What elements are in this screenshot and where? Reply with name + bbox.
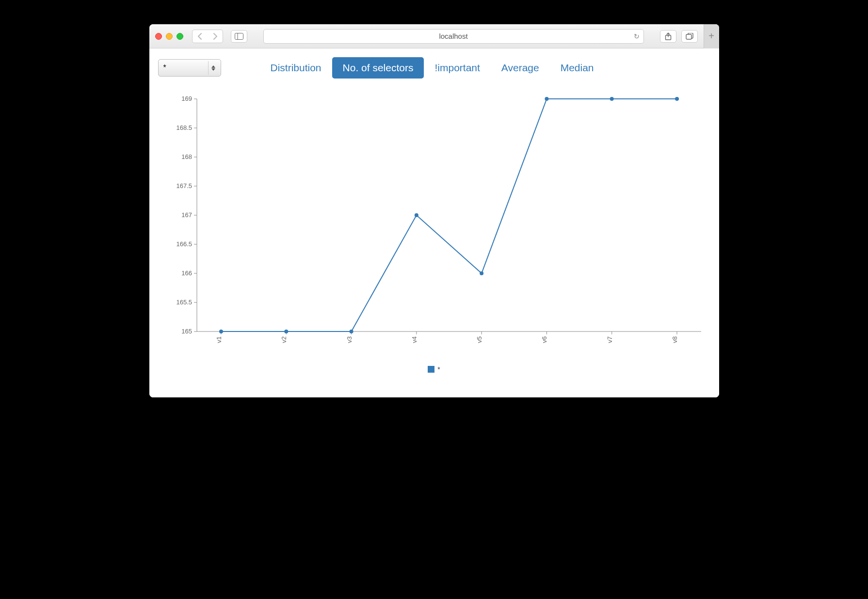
close-window-icon[interactable] xyxy=(155,33,162,40)
data-point[interactable] xyxy=(545,97,548,101)
sidebar-toggle-button[interactable] xyxy=(231,30,247,43)
tab-average[interactable]: Average xyxy=(491,57,550,79)
legend-swatch xyxy=(428,366,434,373)
x-tick-label: v4 xyxy=(410,336,418,343)
y-tick-label: 169 xyxy=(181,95,192,102)
svg-rect-3 xyxy=(686,34,691,39)
page-content: * Distribution No. of selectors !importa… xyxy=(149,48,719,397)
x-tick-label: v2 xyxy=(280,336,288,343)
data-point[interactable] xyxy=(219,330,223,333)
tab-median[interactable]: Median xyxy=(550,57,605,79)
x-tick-label: v6 xyxy=(541,336,548,343)
new-tab-button[interactable]: + xyxy=(704,24,719,48)
data-point[interactable] xyxy=(480,271,483,275)
data-point[interactable] xyxy=(414,213,418,217)
tab-no-of-selectors[interactable]: No. of selectors xyxy=(332,57,424,79)
y-tick-label: 168.5 xyxy=(176,124,192,131)
chart-toolbar: * Distribution No. of selectors !importa… xyxy=(158,57,710,79)
minimize-window-icon[interactable] xyxy=(166,33,173,40)
chart: 165165.5166166.5167167.5168168.5169v1v2v… xyxy=(158,89,710,373)
y-tick-label: 165 xyxy=(181,328,192,335)
reload-icon[interactable]: ↻ xyxy=(634,32,640,40)
selector-dropdown[interactable]: * xyxy=(158,59,221,77)
data-point[interactable] xyxy=(675,97,679,101)
svg-rect-0 xyxy=(235,33,243,39)
x-tick-label: v1 xyxy=(215,336,223,343)
tabs-button[interactable] xyxy=(681,30,698,43)
back-button[interactable] xyxy=(193,30,207,43)
toolbar-right xyxy=(660,30,698,43)
y-tick-label: 166 xyxy=(181,269,192,277)
tab-distribution[interactable]: Distribution xyxy=(260,57,332,79)
dropdown-caret-icon xyxy=(208,61,219,75)
tab-important[interactable]: !important xyxy=(424,57,490,79)
legend-label: * xyxy=(437,365,440,373)
y-tick-label: 167 xyxy=(181,211,192,219)
x-tick-label: v3 xyxy=(345,336,353,343)
address-bar[interactable]: localhost ↻ xyxy=(263,29,644,44)
data-point[interactable] xyxy=(284,330,288,333)
x-tick-label: v7 xyxy=(606,336,613,343)
y-tick-label: 167.5 xyxy=(176,182,192,189)
x-tick-label: v5 xyxy=(476,336,483,343)
titlebar: localhost ↻ + xyxy=(149,24,719,48)
y-tick-label: 166.5 xyxy=(176,240,192,248)
share-button[interactable] xyxy=(660,30,676,43)
nav-back-forward xyxy=(192,30,223,43)
forward-button[interactable] xyxy=(208,30,223,43)
data-point[interactable] xyxy=(349,330,353,333)
url-host: localhost xyxy=(439,32,467,40)
selector-value: * xyxy=(163,63,166,72)
data-point[interactable] xyxy=(610,97,613,101)
traffic-lights xyxy=(155,33,183,40)
x-tick-label: v8 xyxy=(671,336,678,343)
y-tick-label: 165.5 xyxy=(176,299,192,306)
line-chart: 165165.5166166.5167167.5168168.5169v1v2v… xyxy=(158,89,711,361)
browser-window: localhost ↻ + * Distribution No. of sele… xyxy=(149,24,719,397)
zoom-window-icon[interactable] xyxy=(177,33,183,40)
chart-legend: * xyxy=(158,365,710,373)
y-tick-label: 168 xyxy=(181,153,192,160)
